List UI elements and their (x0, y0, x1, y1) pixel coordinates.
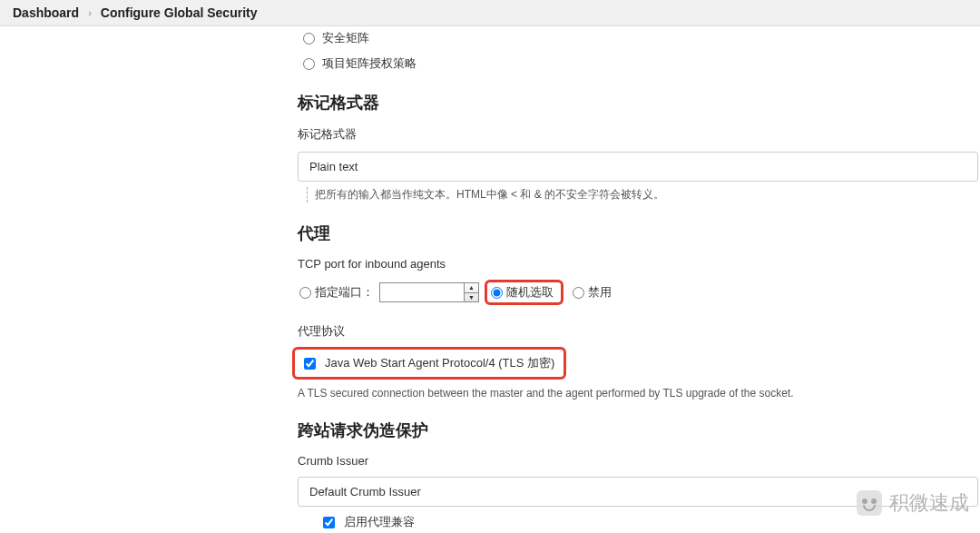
spinner-buttons[interactable]: ▲ ▼ (464, 283, 478, 301)
radio-label: 安全矩阵 (322, 30, 369, 46)
tcp-port-disabled-option[interactable]: 禁用 (573, 284, 612, 301)
section-title-markup: 标记格式器 (298, 92, 962, 114)
breadcrumb-dashboard[interactable]: Dashboard (13, 5, 79, 20)
highlight-random: 随机选取 (485, 280, 564, 305)
checkbox-label: Java Web Start Agent Protocol/4 (TLS 加密) (325, 355, 554, 371)
markup-hint: 把所有的输入都当作纯文本。HTML中像 < 和 & 的不安全字符会被转义。 (307, 187, 962, 202)
checkbox-label: 启用代理兼容 (344, 514, 415, 530)
radio-random-port[interactable] (491, 287, 503, 299)
tcp-port-label: TCP port for inbound agents (298, 257, 962, 271)
authz-option-project-matrix[interactable]: 项目矩阵授权策略 (303, 55, 962, 72)
radio-project-matrix[interactable] (303, 58, 315, 70)
section-title-csrf: 跨站请求伪造保护 (298, 419, 962, 441)
tcp-port-row: 指定端口： ▲ ▼ 随机选取 禁用 (299, 280, 962, 305)
radio-fixed-port[interactable] (299, 287, 311, 299)
radio-disabled-port[interactable] (573, 287, 584, 299)
fixed-port-input[interactable] (380, 283, 464, 301)
radio-label: 指定端口： (315, 284, 374, 301)
highlight-protocol: Java Web Start Agent Protocol/4 (TLS 加密) (292, 347, 566, 380)
tcp-port-fixed-option[interactable]: 指定端口： (299, 284, 374, 301)
radio-safe-matrix[interactable] (303, 33, 315, 44)
agent-protocol-label: 代理协议 (298, 323, 962, 340)
crumb-issuer-label: Crumb Issuer (298, 454, 962, 468)
spinner-down-icon[interactable]: ▼ (465, 293, 478, 302)
markup-label: 标记格式器 (298, 126, 962, 143)
tls-note: A TLS secured connection between the mas… (298, 387, 962, 400)
checkbox-jnlp4[interactable] (304, 358, 316, 370)
radio-label: 项目矩阵授权策略 (322, 55, 416, 72)
checkbox-proxy-compat[interactable] (323, 517, 335, 528)
fixed-port-spinner[interactable]: ▲ ▼ (379, 282, 479, 302)
section-title-agent: 代理 (298, 222, 962, 244)
wechat-icon (857, 490, 882, 516)
main-content: 安全矩阵 项目矩阵授权策略 标记格式器 标记格式器 Plain text 把所有… (0, 26, 980, 530)
breadcrumb-page[interactable]: Configure Global Security (101, 5, 258, 20)
watermark: 积微速成 (857, 489, 969, 517)
breadcrumb: Dashboard › Configure Global Security (0, 0, 980, 26)
breadcrumb-sep: › (88, 7, 92, 18)
authz-option-safe-matrix[interactable]: 安全矩阵 (303, 30, 962, 46)
radio-label: 禁用 (588, 284, 612, 301)
spinner-up-icon[interactable]: ▲ (465, 283, 478, 293)
watermark-text: 积微速成 (889, 489, 969, 517)
radio-label: 随机选取 (506, 284, 554, 301)
markup-select[interactable]: Plain text (298, 152, 978, 182)
